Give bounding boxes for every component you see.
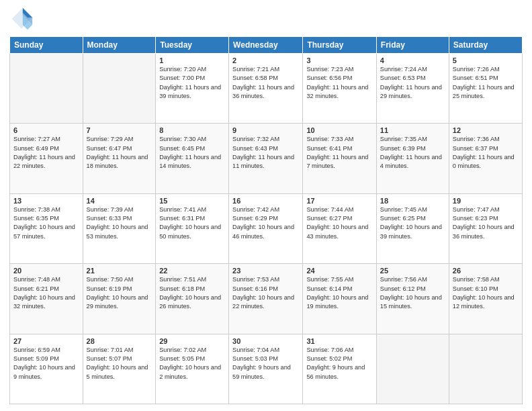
day-info: Sunrise: 7:04 AMSunset: 5:03 PMDaylight:…: [232, 346, 299, 381]
calendar-cell: [449, 334, 522, 404]
calendar-cell: 16Sunrise: 7:42 AMSunset: 6:29 PMDayligh…: [229, 193, 303, 263]
day-number: 8: [159, 126, 225, 134]
day-number: 14: [87, 197, 152, 205]
day-number: 4: [380, 56, 445, 64]
day-info: Sunrise: 6:59 AMSunset: 5:09 PMDaylight:…: [13, 346, 79, 381]
day-info: Sunrise: 7:51 AMSunset: 6:18 PMDaylight:…: [159, 275, 225, 311]
day-number: 13: [13, 197, 79, 205]
day-info: Sunrise: 7:32 AMSunset: 6:43 PMDaylight:…: [232, 135, 299, 171]
day-info: Sunrise: 7:39 AMSunset: 6:33 PMDaylight:…: [87, 205, 152, 241]
day-info: Sunrise: 7:53 AMSunset: 6:16 PMDaylight:…: [232, 275, 299, 311]
day-info: Sunrise: 7:50 AMSunset: 6:19 PMDaylight:…: [87, 275, 152, 311]
calendar-cell: [83, 54, 156, 124]
calendar-week-row: 6Sunrise: 7:27 AMSunset: 6:49 PMDaylight…: [10, 124, 523, 193]
header: [9, 7, 523, 31]
day-of-week-header: Tuesday: [156, 37, 229, 54]
day-info: Sunrise: 7:24 AMSunset: 6:53 PMDaylight:…: [380, 65, 445, 101]
calendar-cell: 6Sunrise: 7:27 AMSunset: 6:49 PMDaylight…: [10, 124, 83, 193]
calendar-cell: 18Sunrise: 7:45 AMSunset: 6:25 PMDayligh…: [376, 193, 449, 263]
calendar-header-row: SundayMondayTuesdayWednesdayThursdayFrid…: [10, 37, 523, 54]
day-info: Sunrise: 7:36 AMSunset: 6:37 PMDaylight:…: [453, 135, 519, 171]
day-info: Sunrise: 7:44 AMSunset: 6:27 PMDaylight:…: [306, 205, 372, 241]
day-info: Sunrise: 7:20 AMSunset: 7:00 PMDaylight:…: [159, 65, 225, 101]
day-number: 9: [232, 126, 299, 134]
day-info: Sunrise: 7:29 AMSunset: 6:47 PMDaylight:…: [87, 135, 152, 171]
calendar-cell: 30Sunrise: 7:04 AMSunset: 5:03 PMDayligh…: [229, 334, 303, 404]
calendar-cell: 5Sunrise: 7:26 AMSunset: 6:51 PMDaylight…: [449, 54, 522, 124]
calendar-cell: [376, 334, 449, 404]
day-number: 5: [453, 56, 519, 64]
calendar-cell: 28Sunrise: 7:01 AMSunset: 5:07 PMDayligh…: [83, 334, 156, 404]
day-number: 30: [232, 337, 299, 345]
day-of-week-header: Saturday: [449, 37, 522, 54]
day-info: Sunrise: 7:58 AMSunset: 6:10 PMDaylight:…: [453, 275, 519, 311]
day-info: Sunrise: 7:27 AMSunset: 6:49 PMDaylight:…: [13, 135, 79, 171]
day-number: 10: [306, 126, 372, 134]
day-number: 31: [306, 337, 372, 345]
day-info: Sunrise: 7:47 AMSunset: 6:23 PMDaylight:…: [453, 205, 519, 241]
day-info: Sunrise: 7:38 AMSunset: 6:35 PMDaylight:…: [13, 205, 79, 241]
calendar-cell: 29Sunrise: 7:02 AMSunset: 5:05 PMDayligh…: [156, 334, 229, 404]
day-info: Sunrise: 7:23 AMSunset: 6:56 PMDaylight:…: [306, 65, 372, 101]
day-number: 2: [232, 56, 299, 64]
day-number: 18: [380, 197, 445, 205]
day-number: 7: [87, 126, 152, 134]
logo-icon: [9, 7, 34, 31]
day-info: Sunrise: 7:41 AMSunset: 6:31 PMDaylight:…: [159, 205, 225, 241]
day-number: 17: [306, 197, 372, 205]
calendar-cell: 15Sunrise: 7:41 AMSunset: 6:31 PMDayligh…: [156, 193, 229, 263]
calendar-cell: 9Sunrise: 7:32 AMSunset: 6:43 PMDaylight…: [229, 124, 303, 193]
day-number: 19: [453, 197, 519, 205]
day-number: 12: [453, 126, 519, 134]
day-info: Sunrise: 7:30 AMSunset: 6:45 PMDaylight:…: [159, 135, 225, 171]
calendar-week-row: 1Sunrise: 7:20 AMSunset: 7:00 PMDaylight…: [10, 54, 523, 124]
calendar-cell: 21Sunrise: 7:50 AMSunset: 6:19 PMDayligh…: [83, 264, 156, 334]
day-info: Sunrise: 7:55 AMSunset: 6:14 PMDaylight:…: [306, 275, 372, 311]
calendar-cell: 13Sunrise: 7:38 AMSunset: 6:35 PMDayligh…: [10, 193, 83, 263]
day-info: Sunrise: 7:35 AMSunset: 6:39 PMDaylight:…: [380, 135, 445, 171]
calendar-cell: 31Sunrise: 7:06 AMSunset: 5:02 PMDayligh…: [303, 334, 376, 404]
calendar-cell: [10, 54, 83, 124]
calendar-cell: 11Sunrise: 7:35 AMSunset: 6:39 PMDayligh…: [376, 124, 449, 193]
day-info: Sunrise: 7:45 AMSunset: 6:25 PMDaylight:…: [380, 205, 445, 241]
calendar-cell: 8Sunrise: 7:30 AMSunset: 6:45 PMDaylight…: [156, 124, 229, 193]
day-number: 27: [13, 337, 79, 345]
day-number: 22: [159, 267, 225, 275]
day-number: 6: [13, 126, 79, 134]
calendar-cell: 1Sunrise: 7:20 AMSunset: 7:00 PMDaylight…: [156, 54, 229, 124]
calendar-cell: 10Sunrise: 7:33 AMSunset: 6:41 PMDayligh…: [303, 124, 376, 193]
day-number: 24: [306, 267, 372, 275]
calendar-cell: 2Sunrise: 7:21 AMSunset: 6:58 PMDaylight…: [229, 54, 303, 124]
day-of-week-header: Thursday: [303, 37, 376, 54]
day-of-week-header: Sunday: [10, 37, 83, 54]
day-number: 11: [380, 126, 445, 134]
day-info: Sunrise: 7:06 AMSunset: 5:02 PMDaylight:…: [306, 346, 372, 381]
day-info: Sunrise: 7:02 AMSunset: 5:05 PMDaylight:…: [159, 346, 225, 381]
calendar-cell: 7Sunrise: 7:29 AMSunset: 6:47 PMDaylight…: [83, 124, 156, 193]
logo: [9, 7, 36, 31]
calendar-cell: 4Sunrise: 7:24 AMSunset: 6:53 PMDaylight…: [376, 54, 449, 124]
calendar-week-row: 20Sunrise: 7:48 AMSunset: 6:21 PMDayligh…: [10, 264, 523, 334]
day-number: 25: [380, 267, 445, 275]
calendar-week-row: 27Sunrise: 6:59 AMSunset: 5:09 PMDayligh…: [10, 334, 523, 404]
calendar-cell: 12Sunrise: 7:36 AMSunset: 6:37 PMDayligh…: [449, 124, 522, 193]
day-of-week-header: Monday: [83, 37, 156, 54]
calendar-cell: 27Sunrise: 6:59 AMSunset: 5:09 PMDayligh…: [10, 334, 83, 404]
calendar-table: SundayMondayTuesdayWednesdayThursdayFrid…: [9, 36, 523, 404]
day-number: 21: [87, 267, 152, 275]
calendar-cell: 26Sunrise: 7:58 AMSunset: 6:10 PMDayligh…: [449, 264, 522, 334]
page: SundayMondayTuesdayWednesdayThursdayFrid…: [0, 0, 532, 411]
calendar-week-row: 13Sunrise: 7:38 AMSunset: 6:35 PMDayligh…: [10, 193, 523, 263]
day-number: 3: [306, 56, 372, 64]
day-number: 28: [87, 337, 152, 345]
calendar-body: 1Sunrise: 7:20 AMSunset: 7:00 PMDaylight…: [10, 54, 523, 404]
day-info: Sunrise: 7:26 AMSunset: 6:51 PMDaylight:…: [453, 65, 519, 101]
day-info: Sunrise: 7:33 AMSunset: 6:41 PMDaylight:…: [306, 135, 372, 171]
day-of-week-header: Friday: [376, 37, 449, 54]
day-of-week-header: Wednesday: [229, 37, 303, 54]
calendar-cell: 14Sunrise: 7:39 AMSunset: 6:33 PMDayligh…: [83, 193, 156, 263]
calendar-cell: 23Sunrise: 7:53 AMSunset: 6:16 PMDayligh…: [229, 264, 303, 334]
calendar-cell: 17Sunrise: 7:44 AMSunset: 6:27 PMDayligh…: [303, 193, 376, 263]
calendar-cell: 20Sunrise: 7:48 AMSunset: 6:21 PMDayligh…: [10, 264, 83, 334]
day-info: Sunrise: 7:01 AMSunset: 5:07 PMDaylight:…: [87, 346, 152, 381]
